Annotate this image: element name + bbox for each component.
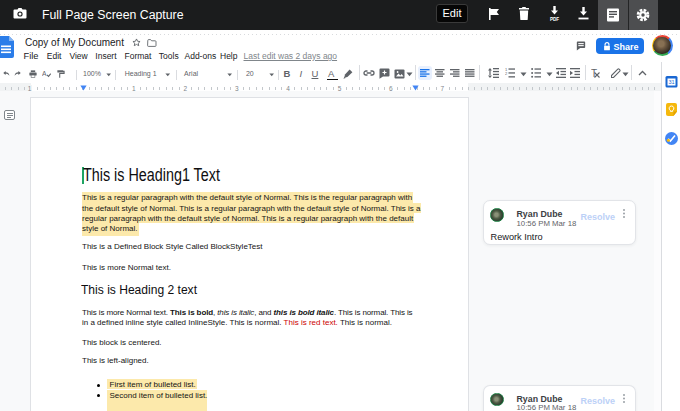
svg-text:A: A (42, 70, 47, 77)
svg-text:PDF: PDF (550, 17, 559, 22)
svg-text:31: 31 (668, 79, 674, 85)
svg-text:2: 2 (505, 71, 508, 76)
